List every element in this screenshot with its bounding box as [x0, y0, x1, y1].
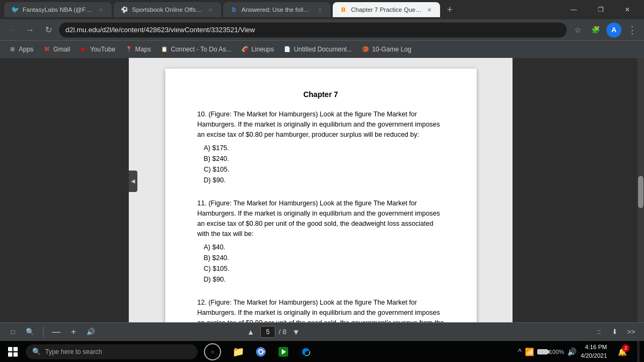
- taskbar-search-icon: 🔍: [32, 348, 41, 356]
- page-view-toggle[interactable]: □: [6, 326, 19, 338]
- bookmark-10-game-log[interactable]: 🏀 10-Game Log: [357, 43, 415, 55]
- minus-zoom-button[interactable]: —: [50, 326, 63, 338]
- question-11-text: 11. (Figure: The Market for Hamburgers) …: [197, 198, 444, 239]
- fullscreen-button[interactable]: ::: [592, 326, 605, 338]
- minimize-button[interactable]: —: [561, 2, 586, 17]
- q10-choice-c: C) $105.: [204, 164, 444, 175]
- nav-up-button[interactable]: ▲: [244, 326, 257, 338]
- bookmark-untitled-doc[interactable]: 📄 Untitled Document...: [279, 43, 356, 55]
- tray-up-arrow[interactable]: ^: [518, 348, 522, 356]
- taskbar-edge[interactable]: [295, 341, 317, 363]
- question-12-text: 12. (Figure: The Market for Hamburgers) …: [197, 298, 444, 322]
- bookmark-star-icon[interactable]: ☆: [570, 23, 585, 38]
- tab-label-3: Answered: Use the following to a...: [241, 6, 312, 13]
- maps-icon: 📍: [125, 46, 133, 53]
- expand-button[interactable]: >>: [625, 326, 638, 338]
- browser-menu-button[interactable]: ⋮: [625, 23, 640, 38]
- find-button[interactable]: 🔍: [24, 326, 36, 338]
- taskbar-media-player[interactable]: [273, 341, 294, 363]
- battery-icon: [537, 349, 548, 354]
- speaker-icon[interactable]: 🔊: [567, 348, 576, 356]
- tab-close-1[interactable]: ✕: [97, 5, 105, 14]
- scrollbar-track[interactable]: [638, 58, 644, 322]
- page-area: ◀ Chapter 7 10. (Figure: The Market for …: [0, 58, 644, 322]
- taskbar: 🔍 Type here to search ○ 📁: [0, 341, 644, 362]
- bookmark-label-maps: Maps: [135, 46, 151, 53]
- bookmark-connect[interactable]: 📋 Connect - To Do As...: [156, 43, 236, 55]
- taskbar-file-explorer[interactable]: 📁: [228, 341, 249, 363]
- scrollbar-thumb[interactable]: [638, 176, 643, 208]
- start-button[interactable]: [0, 341, 26, 363]
- clock-date: 4/20/2021: [581, 352, 607, 360]
- back-button[interactable]: ←: [4, 23, 19, 38]
- notifications-button[interactable]: 🔔 2: [611, 341, 633, 363]
- left-panel-toggle[interactable]: ◀: [129, 171, 137, 192]
- bookmark-gmail[interactable]: M Gmail: [39, 43, 74, 55]
- forward-button[interactable]: →: [23, 23, 38, 38]
- profile-button[interactable]: A: [606, 23, 621, 38]
- network-icon[interactable]: 📶: [525, 348, 534, 356]
- notification-badge: 2: [622, 344, 630, 352]
- system-clock[interactable]: 4:16 PM 4/20/2021: [581, 343, 607, 360]
- tab-answered[interactable]: b Answered: Use the following to a... ✕: [223, 2, 331, 17]
- taskbar-search-placeholder: Type here to search: [45, 348, 102, 356]
- q10-choice-a: A) $175.: [204, 143, 444, 153]
- q10-choice-d: D) $90.: [204, 175, 444, 186]
- bookmark-maps[interactable]: 📍 Maps: [121, 43, 155, 55]
- title-bar: 🐦 FantasyLabs NBA (@FantasyLab... ✕ ⚽ Sp…: [0, 0, 644, 19]
- gamelog-icon: 🏀: [362, 46, 369, 53]
- battery-fill: [538, 350, 547, 354]
- taskbar-apps: 📁: [228, 341, 317, 363]
- address-input[interactable]: [59, 23, 567, 38]
- battery-percent: 100%: [549, 349, 564, 355]
- taskbar-chrome[interactable]: [250, 341, 272, 363]
- right-panel: [513, 58, 644, 322]
- tab-chapter7[interactable]: B Chapter 7 Practice Questions - E... ✕: [333, 2, 440, 17]
- connect-icon: 📋: [160, 46, 168, 53]
- tab-sportsbook[interactable]: ⚽ Sportsbook Online Offshore Spo... ✕: [114, 2, 221, 17]
- document-area: Chapter 7 10. (Figure: The Market for Ha…: [129, 58, 513, 322]
- bookmark-label-connect: Connect - To Do As...: [171, 46, 231, 53]
- q11-choice-b: B) $240.: [204, 253, 444, 263]
- tray-icons: ^ 📶 100% 🔊: [518, 348, 576, 356]
- reload-button[interactable]: ↻: [41, 23, 56, 38]
- youtube-icon: ▶: [80, 46, 87, 53]
- window-controls: — ❐ ✕: [561, 2, 640, 17]
- tab-label-1: FantasyLabs NBA (@FantasyLab...: [23, 6, 93, 13]
- page-number-input[interactable]: [260, 326, 275, 338]
- maximize-button[interactable]: ❐: [588, 2, 613, 17]
- tab-fantasylabs[interactable]: 🐦 FantasyLabs NBA (@FantasyLab... ✕: [4, 2, 112, 17]
- left-panel: ◀: [0, 58, 129, 322]
- tab-close-3[interactable]: ✕: [316, 5, 324, 14]
- q11-choice-a: A) $40.: [204, 242, 444, 253]
- lineups-icon: 🏈: [241, 46, 248, 53]
- battery-indicator[interactable]: 100%: [537, 349, 564, 355]
- system-tray: ^ 📶 100% 🔊 4:16 PM 4/20/2021 🔔 2: [518, 341, 644, 363]
- windows-logo-icon: [8, 347, 18, 357]
- question-11: 11. (Figure: The Market for Hamburgers) …: [197, 198, 444, 285]
- nav-down-button[interactable]: ▼: [290, 326, 303, 338]
- bookmark-apps[interactable]: ⊞ Apps: [4, 43, 38, 55]
- cortana-button[interactable]: ○: [204, 343, 221, 360]
- show-desktop-button[interactable]: [637, 341, 640, 363]
- bookmark-youtube[interactable]: ▶ YouTube: [76, 43, 120, 55]
- plus-zoom-button[interactable]: +: [67, 326, 80, 338]
- tab-close-2[interactable]: ✕: [206, 5, 215, 14]
- audio-button[interactable]: 🔊: [84, 326, 97, 338]
- tab-favicon-b: b: [230, 5, 238, 14]
- download-button[interactable]: ⬇: [609, 326, 621, 338]
- toolbar-right: :: ⬇ >>: [592, 326, 638, 338]
- tab-favicon-twitter: 🐦: [11, 5, 19, 14]
- bookmark-label-lineups: Lineups: [251, 46, 274, 53]
- bookmark-lineups[interactable]: 🏈 Lineups: [237, 43, 278, 55]
- bookmarks-bar: ⊞ Apps M Gmail ▶ YouTube 📍 Maps 📋 Connec…: [0, 41, 644, 58]
- taskbar-search[interactable]: 🔍 Type here to search: [26, 344, 197, 359]
- document-toolbar: □ 🔍 — + 🔊 ▲ / 8 ▼ :: ⬇ >>: [0, 322, 644, 341]
- new-tab-button[interactable]: +: [442, 2, 457, 17]
- bookmark-label-gmail: Gmail: [53, 46, 70, 53]
- close-button[interactable]: ✕: [615, 2, 640, 17]
- tab-favicon-sb: ⚽: [120, 5, 129, 14]
- extensions-icon[interactable]: 🧩: [588, 23, 603, 38]
- question-10: 10. (Figure: The Market for Hamburgers) …: [197, 109, 444, 186]
- tab-close-4[interactable]: ✕: [425, 5, 434, 14]
